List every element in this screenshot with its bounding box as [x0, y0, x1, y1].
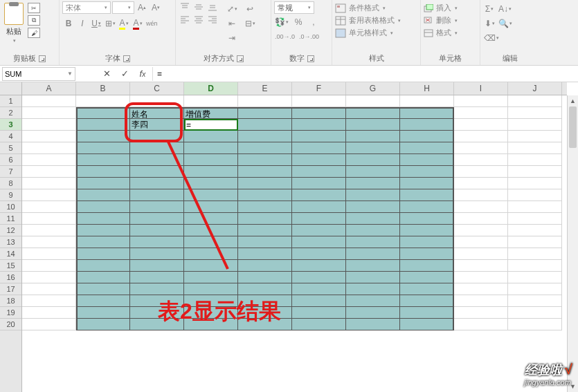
- cell[interactable]: [76, 248, 130, 260]
- cell[interactable]: [292, 307, 346, 319]
- cell[interactable]: [184, 295, 238, 307]
- cell[interactable]: [346, 236, 400, 248]
- cell[interactable]: [76, 307, 130, 319]
- cell[interactable]: [292, 119, 346, 131]
- cell[interactable]: [292, 131, 346, 142]
- cell[interactable]: [238, 213, 292, 225]
- cell[interactable]: [292, 142, 346, 154]
- row-header-16[interactable]: 16: [0, 272, 21, 283]
- row-header-7[interactable]: 7: [0, 166, 21, 178]
- insert-button[interactable]: 插入▾: [424, 3, 458, 13]
- cell[interactable]: [22, 107, 76, 119]
- cell[interactable]: [22, 248, 76, 260]
- cell[interactable]: [400, 95, 454, 107]
- cell[interactable]: [346, 142, 400, 154]
- merge-button[interactable]: ⊟▾: [244, 17, 256, 30]
- cell[interactable]: =: [184, 119, 238, 131]
- cell-styles-button[interactable]: 单元格样式▾: [335, 28, 401, 38]
- cell[interactable]: [292, 248, 346, 260]
- autosum-button[interactable]: Σ▾: [483, 3, 496, 15]
- row-headers[interactable]: 1234567891011121314151617181920: [0, 95, 22, 392]
- font-name-combo[interactable]: 宋体▾: [62, 1, 111, 14]
- cell[interactable]: [508, 131, 562, 142]
- cell[interactable]: [130, 154, 184, 166]
- row-header-19[interactable]: 19: [0, 307, 21, 319]
- cell[interactable]: [454, 319, 508, 330]
- conditional-format-button[interactable]: 条件格式▾: [335, 3, 401, 13]
- clear-button[interactable]: ⌫▾: [483, 32, 500, 44]
- cell[interactable]: [400, 272, 454, 283]
- cell[interactable]: [454, 272, 508, 283]
- cell[interactable]: [454, 119, 508, 131]
- cell[interactable]: [76, 272, 130, 283]
- cells-area[interactable]: 姓名增值费李四=: [22, 95, 567, 392]
- border-button[interactable]: ⊞▾: [104, 17, 116, 30]
- cell[interactable]: [184, 307, 238, 319]
- cell[interactable]: [22, 272, 76, 283]
- cell[interactable]: [292, 178, 346, 189]
- cell[interactable]: [508, 107, 562, 119]
- delete-button[interactable]: 删除▾: [424, 15, 458, 26]
- col-header-E[interactable]: E: [238, 82, 292, 95]
- cell[interactable]: [130, 201, 184, 213]
- col-header-H[interactable]: H: [400, 82, 454, 95]
- cell[interactable]: [238, 295, 292, 307]
- cell[interactable]: [130, 307, 184, 319]
- cell[interactable]: 增值费: [184, 107, 238, 119]
- row-header-14[interactable]: 14: [0, 248, 21, 260]
- row-header-9[interactable]: 9: [0, 189, 21, 201]
- cell[interactable]: [184, 260, 238, 272]
- cell[interactable]: [238, 107, 292, 119]
- cell[interactable]: [22, 307, 76, 319]
- decrease-indent-icon[interactable]: ⇤: [226, 17, 238, 30]
- row-header-8[interactable]: 8: [0, 178, 21, 189]
- cell[interactable]: [292, 283, 346, 295]
- cell[interactable]: [346, 225, 400, 236]
- cell[interactable]: [400, 154, 454, 166]
- cell[interactable]: [454, 154, 508, 166]
- cell[interactable]: [346, 201, 400, 213]
- align-bottom-icon[interactable]: [206, 1, 219, 12]
- cell[interactable]: [508, 166, 562, 178]
- cell[interactable]: [346, 307, 400, 319]
- row-header-4[interactable]: 4: [0, 131, 21, 142]
- cell[interactable]: [22, 131, 76, 142]
- cell[interactable]: [292, 295, 346, 307]
- format-button[interactable]: 格式▾: [424, 28, 458, 38]
- cell[interactable]: [76, 319, 130, 330]
- cell[interactable]: [400, 225, 454, 236]
- cell[interactable]: [184, 131, 238, 142]
- cell[interactable]: [400, 295, 454, 307]
- cell[interactable]: [292, 201, 346, 213]
- row-header-6[interactable]: 6: [0, 154, 21, 166]
- cell[interactable]: [184, 225, 238, 236]
- cell[interactable]: [22, 225, 76, 236]
- row-header-12[interactable]: 12: [0, 225, 21, 236]
- cell[interactable]: [238, 166, 292, 178]
- cell[interactable]: [454, 236, 508, 248]
- cell[interactable]: [238, 248, 292, 260]
- cell[interactable]: [76, 260, 130, 272]
- cell[interactable]: [22, 295, 76, 307]
- dialog-launcher-icon[interactable]: [307, 55, 314, 62]
- cell[interactable]: [400, 283, 454, 295]
- cell[interactable]: [238, 201, 292, 213]
- col-header-I[interactable]: I: [454, 82, 508, 95]
- cell[interactable]: [400, 166, 454, 178]
- cell[interactable]: [238, 154, 292, 166]
- cell[interactable]: [76, 131, 130, 142]
- cell[interactable]: [346, 154, 400, 166]
- cell[interactable]: [184, 166, 238, 178]
- cell[interactable]: [346, 248, 400, 260]
- cell[interactable]: [76, 283, 130, 295]
- cell[interactable]: [292, 213, 346, 225]
- italic-button[interactable]: I: [76, 17, 89, 30]
- cell[interactable]: [292, 107, 346, 119]
- format-table-button[interactable]: 套用表格格式▾: [335, 15, 401, 26]
- cell[interactable]: [22, 201, 76, 213]
- cell[interactable]: [454, 283, 508, 295]
- fill-color-button[interactable]: A▾: [118, 17, 130, 30]
- align-middle-icon[interactable]: [192, 1, 205, 12]
- cell[interactable]: [130, 248, 184, 260]
- percent-button[interactable]: %: [292, 16, 305, 28]
